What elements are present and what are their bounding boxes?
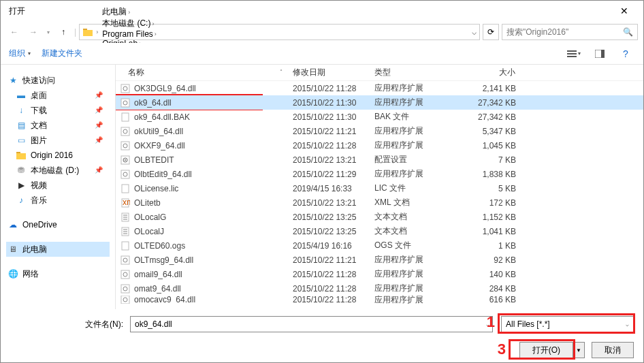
- folder-icon: [16, 150, 27, 161]
- file-date: 2015/10/22 11:21: [289, 253, 370, 267]
- file-size: 92 KB: [452, 253, 520, 267]
- file-icon: [120, 112, 131, 123]
- open-button[interactable]: 打开(O): [519, 342, 573, 358]
- nav-up-button[interactable]: ↑: [55, 24, 71, 40]
- chevron-right-icon: ›: [128, 9, 130, 16]
- sidebar-item[interactable]: ♪音乐: [6, 193, 110, 208]
- column-date[interactable]: 修改日期: [289, 65, 370, 80]
- file-icon: [120, 183, 131, 194]
- file-size: 1,045 KB: [452, 138, 520, 153]
- refresh-button[interactable]: ⟳: [483, 24, 499, 40]
- nav-back-button[interactable]: ←: [6, 24, 22, 40]
- sidebar-item[interactable]: ▶视频: [6, 178, 110, 193]
- file-row[interactable]: OK3DGL9_64.dll2015/10/22 11:28应用程序扩展2,14…: [116, 81, 643, 95]
- file-row[interactable]: OlbtEdit9_64.dll2015/10/22 11:29应用程序扩展1,…: [116, 167, 643, 181]
- column-headers: 名称˄ 修改日期 类型 大小: [116, 65, 643, 81]
- search-input[interactable]: [506, 27, 623, 37]
- file-row[interactable]: OLocalJ2015/10/22 13:25文本文档1,041 KB: [116, 224, 643, 238]
- cancel-button[interactable]: 取消: [592, 342, 634, 358]
- svg-rect-1: [83, 30, 93, 36]
- sidebar-onedrive[interactable]: ☁ OneDrive: [6, 217, 110, 232]
- window-title: 打开: [6, 5, 611, 17]
- file-row[interactable]: 📌ok9_64.dll2015/10/22 11:30应用程序扩展27,342 …: [116, 95, 643, 110]
- help-button[interactable]: ?: [616, 47, 635, 61]
- chevron-down-icon[interactable]: ⌵: [626, 321, 629, 328]
- open-dropdown-button[interactable]: ▼: [573, 342, 585, 358]
- sidebar-network[interactable]: 🌐 网络: [6, 266, 110, 281]
- sidebar-item[interactable]: ▭图片📌: [6, 133, 110, 148]
- file-row[interactable]: OLTED60.ogs2015/4/19 16:16OGS 文件1 KB: [116, 238, 643, 253]
- file-icon: [120, 97, 131, 108]
- column-type[interactable]: 类型: [370, 65, 452, 80]
- breadcrumb-segment[interactable]: 此电脑›: [101, 6, 158, 18]
- file-icon: [120, 255, 131, 266]
- breadcrumb-segment[interactable]: Program Files›: [101, 29, 158, 39]
- file-name: omocavc9_64.dll: [134, 296, 195, 304]
- svg-rect-9: [121, 84, 129, 93]
- video-icon: ▶: [16, 180, 27, 191]
- svg-rect-41: [121, 296, 129, 304]
- file-row[interactable]: OLocalG2015/10/22 13:25文本文档1,152 KB: [116, 210, 643, 224]
- file-row[interactable]: OLicense.lic2019/4/15 16:33LIC 文件5 KB: [116, 181, 643, 195]
- file-date: 2015/10/22 13:21: [289, 153, 370, 167]
- file-name: ok9_64.dll: [134, 98, 172, 108]
- sidebar-item[interactable]: ↓下载📌: [6, 103, 110, 118]
- search-box[interactable]: 🔍: [502, 24, 638, 40]
- file-name: ok9_64.dll.BAK: [134, 112, 190, 122]
- sidebar-item[interactable]: ▬桌面📌: [6, 88, 110, 103]
- file-size: 1,152 KB: [452, 210, 520, 224]
- file-type-filter[interactable]: All Files [*.*] ⌵: [501, 316, 634, 332]
- svg-rect-14: [121, 127, 129, 136]
- sidebar-item[interactable]: ⛃本地磁盘 (D:)📌: [6, 163, 110, 178]
- file-date: 2019/4/15 16:33: [289, 181, 370, 195]
- sidebar-item[interactable]: Origin 2016: [6, 148, 110, 163]
- file-icon: [120, 240, 131, 251]
- new-folder-button[interactable]: 新建文件夹: [42, 48, 82, 59]
- file-icon: [120, 212, 131, 223]
- column-name[interactable]: 名称˄: [116, 65, 289, 80]
- file-type: BAK 文件: [370, 110, 452, 124]
- search-icon: 🔍: [623, 27, 633, 37]
- file-row[interactable]: omat9_64.dll2015/10/22 11:28应用程序扩展284 KB: [116, 281, 643, 296]
- file-row[interactable]: ok9_64.dll.BAK2015/10/22 11:30BAK 文件27,3…: [116, 110, 643, 124]
- sidebar-this-pc[interactable]: 🖥 此电脑: [6, 242, 110, 257]
- file-type: 文本文档: [370, 210, 452, 224]
- file-row[interactable]: OKXF9_64.dll2015/10/22 11:28应用程序扩展1,045 …: [116, 138, 643, 153]
- file-row[interactable]: OLTmsg9_64.dll2015/10/22 11:21应用程序扩展92 K…: [116, 253, 643, 267]
- svg-rect-35: [121, 256, 129, 264]
- nav-history-dropdown[interactable]: ▾: [44, 29, 52, 35]
- file-type: 应用程序扩展: [370, 124, 452, 138]
- file-date: 2015/10/22 11:28: [289, 281, 370, 296]
- svg-rect-37: [121, 270, 129, 279]
- star-icon: ★: [7, 75, 18, 86]
- column-size[interactable]: 大小: [452, 65, 520, 80]
- file-size: 27,342 KB: [452, 95, 520, 110]
- organize-button[interactable]: 组织▾: [9, 48, 31, 59]
- cloud-icon: ☁: [7, 219, 18, 230]
- filename-combo[interactable]: ⌵: [130, 316, 493, 332]
- filename-input[interactable]: [135, 319, 488, 329]
- address-dropdown[interactable]: ⌵: [472, 27, 477, 37]
- view-mode-button[interactable]: ▾: [564, 47, 583, 61]
- sidebar-quick-access[interactable]: ★ 快速访问: [6, 73, 110, 88]
- pin-icon: 📌: [95, 134, 103, 146]
- address-bar[interactable]: › 此电脑›本地磁盘 (C:)›Program Files›OriginLab›…: [79, 24, 480, 40]
- file-type: 配置设置: [370, 153, 452, 167]
- file-row[interactable]: omail9_64.dll2015/10/22 11:28应用程序扩展140 K…: [116, 267, 643, 281]
- preview-pane-button[interactable]: [590, 47, 609, 61]
- sidebar-item[interactable]: ▤文档📌: [6, 118, 110, 133]
- file-row[interactable]: xmlOLitetb2015/10/22 13:21XML 文档172 KB: [116, 195, 643, 210]
- file-row[interactable]: okUtil9_64.dll2015/10/22 11:21应用程序扩展5,34…: [116, 124, 643, 138]
- file-name: omail9_64.dll: [134, 270, 182, 279]
- nav-separator: |: [74, 27, 76, 37]
- chevron-down-icon[interactable]: ⌵: [486, 321, 489, 328]
- close-button[interactable]: ✕: [611, 1, 638, 21]
- breadcrumb-segment[interactable]: 本地磁盘 (C:)›: [101, 18, 158, 29]
- file-icon: [120, 296, 131, 304]
- file-row[interactable]: omocavc9_64.dll2015/10/22 11:28应用程序扩展616…: [116, 296, 643, 304]
- file-type: 应用程序扩展: [370, 253, 452, 267]
- file-row[interactable]: OLBTEDIT2015/10/22 13:21配置设置7 KB: [116, 153, 643, 167]
- nav-forward-button[interactable]: →: [25, 24, 42, 40]
- file-date: 2015/10/22 11:21: [289, 124, 370, 138]
- file-icon: [120, 283, 131, 294]
